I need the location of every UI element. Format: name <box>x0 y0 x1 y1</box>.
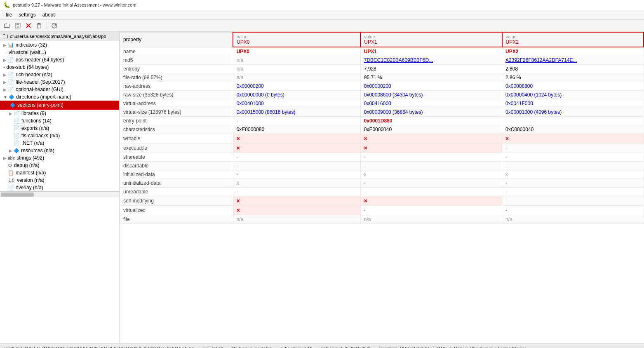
menu-file[interactable]: file <box>2 11 15 19</box>
cell-property: virtual-size (126976 bytes) <box>120 108 233 117</box>
sidebar-label-overlay: overlay (n/a) <box>16 185 43 190</box>
cell-upx1: × <box>360 134 502 143</box>
cell-upx1: 0x00416000 <box>360 99 502 108</box>
cell-upx2: 0x0041F000 <box>502 99 644 108</box>
cell-upx0: 0x00000200 <box>233 82 360 91</box>
sidebar-item-tls-callbacks[interactable]: ▶ 📄 tls-callbacks (n/a) <box>0 132 119 139</box>
sidebar-item-optional-header[interactable]: ▶ 📄 optional-header (GUI) <box>0 86 119 93</box>
sidebar-item-exports[interactable]: ▶ 📄 exports (n/a) <box>0 125 119 132</box>
cell-upx0: - <box>233 153 360 162</box>
cell-upx0: - <box>233 162 360 170</box>
cell-upx2: 2.808 <box>502 65 644 73</box>
table-row: virtual-size (126976 bytes)0x00015000 (8… <box>120 108 644 117</box>
sidebar-label-sections: sections (entry-point) <box>17 102 63 108</box>
cell-property: file <box>120 215 233 224</box>
cell-upx1: - <box>360 206 502 215</box>
sidebar-item-sections[interactable]: 🔷 sections (entry-point) <box>0 101 119 110</box>
sidebar-label-version: version (n/a) <box>17 177 45 183</box>
svg-rect-4 <box>5 24 7 24</box>
close-button[interactable] <box>24 21 33 30</box>
cell-upx2: - <box>502 162 644 170</box>
table-row: nameUPX0UPX1UPX2 <box>120 47 644 56</box>
cell-upx0: n/a <box>233 65 360 73</box>
sidebar-label-functions: functions (14) <box>21 118 52 124</box>
cell-upx0: × <box>233 143 360 153</box>
sidebar-label-rich-header: rich-header (n/a) <box>16 72 52 78</box>
sidebar-item-libraries[interactable]: ▶ 📄 libraries (9) <box>0 110 119 117</box>
svg-rect-5 <box>7 23 7 24</box>
sidebar-item-indicators[interactable]: ▶ 📊 indicators (32) <box>0 41 119 49</box>
cell-upx1[interactable]: 7DBCC1C82B3A609BB3F6D... <box>360 56 502 65</box>
svg-text:?: ? <box>54 24 56 28</box>
cell-upx1: 0x00008600 (34304 bytes) <box>360 91 502 99</box>
title-text: pestudio 9.27 - Malware Initial Assessme… <box>13 2 136 7</box>
help-button[interactable]: ? <box>50 21 59 30</box>
cell-upx0: 0x00000000 (0 bytes) <box>233 91 360 99</box>
sidebar-item-manifest[interactable]: ▶ 📋 manifest (n/a) <box>0 169 119 176</box>
sidebar-item-resources[interactable]: ▶ 🔷 resources (n/a) <box>0 147 119 154</box>
cell-upx2: - <box>502 188 644 196</box>
cell-upx2: × <box>502 134 644 143</box>
sidebar-item-debug[interactable]: ▶ ⚙ debug (n/a) <box>0 162 119 169</box>
cell-property: entropy <box>120 65 233 73</box>
cell-upx2: UPX2 <box>502 47 644 56</box>
sidebar-item-dos-stub[interactable]: ▪ dos-stub (64 bytes) <box>0 63 119 71</box>
status-subsystem: subsystem: GUI <box>280 346 313 348</box>
svg-rect-1 <box>4 24 5 28</box>
cell-upx1: 95.71 % <box>360 73 502 82</box>
sections-table: property value UPX0 value UPX1 value UPX… <box>120 32 644 224</box>
svg-rect-18 <box>3 38 8 38</box>
open-button[interactable] <box>2 21 12 30</box>
cell-property: self-modifying <box>120 196 233 206</box>
delete-button[interactable] <box>35 21 44 30</box>
table-row: discardable--- <box>120 162 644 170</box>
sidebar-item-functions[interactable]: ▶ 📄 functions (14) <box>0 117 119 125</box>
cell-upx1: - <box>360 153 502 162</box>
sidebar-hscroll[interactable] <box>0 191 119 197</box>
sidebar-item-virustotal[interactable]: → virustotal (wait...) <box>0 49 119 56</box>
cell-property: initialized-data <box>120 170 233 179</box>
sidebar-item-overlay[interactable]: ▶ 📄 overlay (n/a) <box>0 184 119 191</box>
menu-settings[interactable]: settings <box>15 11 39 19</box>
cell-upx2[interactable]: A2392F26F8612AA2DFA714E... <box>502 56 644 65</box>
col-header-upx1: value UPX1 <box>360 32 502 47</box>
svg-rect-17 <box>3 34 3 38</box>
cell-property: uninitialized-data <box>120 179 233 188</box>
sidebar-label-directories: directories (import-name) <box>16 94 71 100</box>
sidebar-item-version[interactable]: ▶ 1.0 version (n/a) <box>0 176 119 184</box>
sidebar-item-rich-header[interactable]: ▶ 📄 rich-header (n/a) <box>0 71 119 78</box>
sidebar-tree: ▶ 📊 indicators (32) → virustotal (wait..… <box>0 41 119 191</box>
sidebar-item-file-header[interactable]: ▶ 📄 file-header (Sep.2017) <box>0 78 119 86</box>
cell-property: name <box>120 47 233 56</box>
menu-about[interactable]: about <box>39 11 58 19</box>
scroll-thumb[interactable] <box>1 193 34 197</box>
cell-upx2: - <box>502 117 644 125</box>
cell-upx1: 0xE0000040 <box>360 125 502 134</box>
cell-property: writable <box>120 134 233 143</box>
svg-rect-8 <box>17 26 19 28</box>
cell-upx2: 0x00001000 (4096 bytes) <box>502 108 644 117</box>
cell-upx2: - <box>502 143 644 153</box>
sidebar-item-strings[interactable]: ▶ abc strings (492) <box>0 154 119 162</box>
table-row: executable××- <box>120 143 644 153</box>
cell-upx1: - <box>360 188 502 196</box>
sidebar-label-file-header: file-header (Sep.2017) <box>16 79 65 85</box>
sidebar-item-directories[interactable]: ▼ 🔷 directories (import-name) <box>0 93 119 101</box>
sidebar-item-dotnet[interactable]: ▶ 📄 .NET (n/a) <box>0 139 119 147</box>
cell-upx0: x <box>233 179 360 188</box>
cell-upx0: n/a <box>233 215 360 224</box>
table-header-row: property value UPX0 value UPX1 value UPX… <box>120 32 644 47</box>
cell-upx0: 0xE0000080 <box>233 125 360 134</box>
cell-upx2: - <box>502 179 644 188</box>
sidebar-item-dos-header[interactable]: ▶ 📄 dos-header (64 bytes) <box>0 56 119 63</box>
cell-property: virtualized <box>120 206 233 215</box>
table-row: raw-size (35328 bytes)0x00000000 (0 byte… <box>120 91 644 99</box>
cell-upx1: × <box>360 143 502 153</box>
cell-upx1: - <box>360 162 502 170</box>
save-button[interactable] <box>13 21 22 30</box>
table-row: virtualized×-- <box>120 206 644 215</box>
app-icon: 🐛 <box>3 2 10 8</box>
cell-property: raw-address <box>120 82 233 91</box>
cell-property: characteristics <box>120 125 233 134</box>
cell-upx1: n/a <box>360 215 502 224</box>
